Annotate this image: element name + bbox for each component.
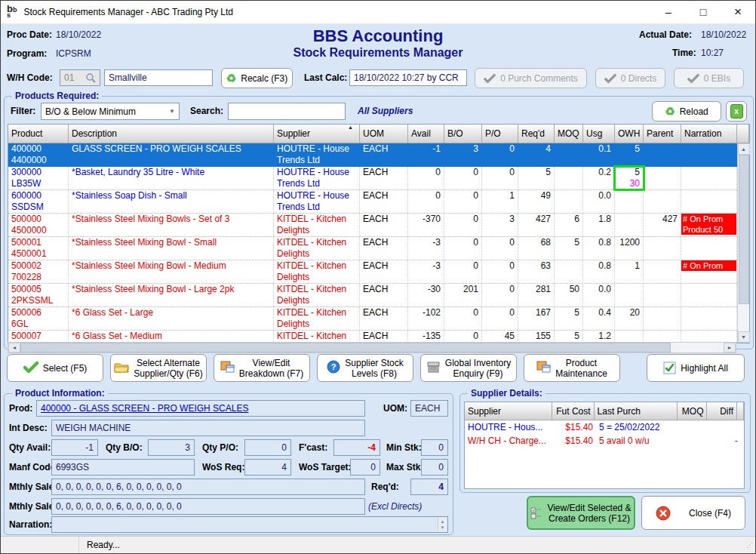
cell-owh — [615, 284, 644, 306]
column-header-description[interactable]: Description — [69, 125, 274, 143]
recalc-button[interactable]: ♻ Recalc (F3) — [221, 68, 293, 88]
supplier-details-table: SupplierFut CostLast PurchMOQDiff HOUTRE… — [464, 402, 745, 489]
table-row[interactable]: 500007*6 Glass Set - MediumKITDEL - Kitc… — [8, 331, 737, 343]
products-table: ProductDescriptionSupplier▲UOMAvailB/OP/… — [8, 124, 750, 343]
vertical-scroll-thumb[interactable] — [739, 155, 749, 304]
table-row[interactable]: 300000LB35W*Basket, Laundry 35 Litre - W… — [8, 167, 737, 190]
wh-code-field[interactable]: 01 — [60, 69, 100, 86]
cell-bo: 0 — [444, 167, 482, 189]
view-edit-breakdown-button[interactable]: View/EditBreakdown (F7) — [214, 354, 310, 382]
directs-button[interactable]: 0 Directs — [595, 68, 665, 88]
scroll-up-icon[interactable]: ▲ — [738, 143, 750, 155]
supplier-row[interactable]: HOUTRE - Hous...$15.405 = 25/02/2022 — [465, 420, 744, 434]
status-bar: Ready... ⋰ — [1, 536, 755, 553]
close-window-button[interactable]: × — [721, 1, 755, 23]
cell-narration — [681, 237, 737, 260]
prod-link-field[interactable]: 400000 - GLASS SCREEN - PRO WEIGH SCALES — [36, 400, 365, 417]
cell-usg: 1.2 — [583, 331, 615, 343]
table-row[interactable]: 4000004400000GLASS SCREEN - PRO WEIGH SC… — [8, 143, 737, 167]
cell-reqd: 427 — [518, 214, 555, 236]
supplier-column-header-moq[interactable]: MOQ — [678, 402, 708, 420]
cell-uom: EACH — [360, 284, 408, 306]
column-header-parent[interactable]: Parent — [644, 125, 681, 143]
filter-select[interactable]: B/O & Below Minimum ▼ — [41, 103, 180, 120]
supplier-column-header-diff[interactable]: Diff — [707, 402, 737, 420]
cell-usg: 1.8 — [583, 214, 615, 236]
reqd-field: 4 — [410, 479, 448, 495]
supplier-cell-fut_cost: $15.40 — [554, 420, 596, 434]
supplier-row[interactable]: W/H CH - Charge...$15.405 avail 0 w/u- — [465, 434, 744, 448]
horizontal-scroll-thumb[interactable] — [20, 343, 671, 352]
close-button[interactable]: Close (F4) — [641, 496, 745, 530]
column-header-avail[interactable]: Avail — [408, 125, 444, 143]
cell-description: *Stainless Steel Mixing Bowl - Large 2pk — [69, 284, 274, 306]
supplier-details-group: Supplier Details: SupplierFut CostLast P… — [459, 393, 751, 493]
cell-avail: -135 — [408, 331, 444, 343]
qty-po-label: Qty P/O: — [202, 442, 238, 453]
scroll-down-icon[interactable]: ▼ — [738, 331, 750, 343]
filter-label: Filter: — [11, 106, 35, 116]
supplier-stock-levels-button[interactable]: ?Supplier StockLevels (F8) — [317, 354, 413, 382]
table-row[interactable]: 5000052PKSSML*Stainless Steel Mixing Bow… — [8, 284, 737, 307]
maximize-button[interactable]: □ — [686, 1, 721, 23]
column-header-reqd[interactable]: Req'd — [518, 125, 555, 143]
table-row[interactable]: 600000SSDSM*Stainless Soap Dish - SmallH… — [8, 190, 737, 214]
wh-name-field[interactable]: Smallville — [104, 69, 213, 86]
spinner-arrows-icon[interactable]: ▲▼ — [438, 518, 447, 531]
global-inventory-enquiry-button[interactable]: Global InventoryEnquiry (F9) — [420, 354, 517, 382]
narration-textarea[interactable]: ▲▼ — [51, 516, 448, 533]
column-header-supplier[interactable]: Supplier▲ — [274, 125, 360, 143]
table-row[interactable]: 5000014500001*Stainless Steel Mixing Bow… — [8, 237, 737, 260]
search-input[interactable] — [228, 103, 346, 120]
cell-parent — [644, 143, 681, 166]
vertical-scrollbar[interactable]: ▲▼ — [737, 143, 749, 343]
column-header-product[interactable]: Product — [8, 125, 69, 143]
cell-description: *Stainless Steel Mixing Bowls - Set of 3 — [69, 214, 274, 236]
search-label: Search: — [190, 106, 223, 116]
purch-comments-button[interactable]: 0 Purch Comments — [475, 68, 587, 88]
cell-reqd: 4 — [518, 143, 555, 166]
column-header-owh[interactable]: OWH — [615, 125, 644, 143]
question-icon: ? — [327, 360, 340, 376]
sort-ascending-icon: ▲ — [348, 125, 353, 130]
cell-product: 500002700228 — [8, 260, 69, 283]
view-edit-create-orders-button[interactable]: View/Edit Selected &Create Orders (F12) — [527, 496, 635, 530]
minimize-button[interactable]: – — [651, 1, 686, 23]
resize-grip[interactable]: ⋰ — [746, 541, 753, 549]
scroll-left-icon[interactable]: ◄ — [8, 343, 20, 352]
max-stk-field: 0 — [421, 459, 448, 476]
select-alternate-supplier-button[interactable]: Select AlternateSupplier/Qty (F6) — [110, 354, 207, 382]
cell-reqd: 5 — [518, 167, 555, 189]
column-header-po[interactable]: P/O — [482, 125, 518, 143]
horizontal-scrollbar[interactable]: ◄ ► — [8, 342, 736, 353]
supplier-cell-diff: - — [711, 434, 741, 448]
column-header-usg[interactable]: Usg — [583, 125, 615, 143]
cell-usg: 0.1 — [583, 143, 615, 166]
column-header-uom[interactable]: UOM — [360, 125, 408, 143]
column-header-narration[interactable]: Narration — [681, 125, 737, 143]
cell-po: 1 — [482, 190, 518, 213]
reload-button[interactable]: ♻ Reload — [652, 101, 721, 122]
supplier-column-header-fut_cost[interactable]: Fut Cost — [552, 402, 594, 420]
last-calc-value: 18/10/2022 10:27 by CCR — [349, 69, 467, 86]
supplier-column-header-supplier[interactable]: Supplier — [465, 402, 552, 420]
cell-supplier: KITDEL - Kitchen Delights — [274, 331, 360, 343]
cell-usg: 0.4 — [583, 307, 615, 330]
supplier-column-header-last_purch[interactable]: Last Purch — [595, 402, 678, 420]
column-header-bo[interactable]: B/O — [444, 125, 482, 143]
table-row[interactable]: 5000004500000*Stainless Steel Mixing Bow… — [8, 214, 737, 237]
export-excel-button[interactable]: x — [726, 101, 747, 122]
cell-uom: EACH — [360, 307, 408, 330]
ebis-button[interactable]: 0 EBIs — [674, 68, 744, 88]
table-row[interactable]: 5000066GL*6 Glass Set - LargeKITDEL - Ki… — [8, 307, 737, 331]
product-maintenance-button[interactable]: ProductMaintenance — [524, 354, 620, 382]
grey-check-icon — [484, 73, 496, 84]
cell-reqd: 49 — [518, 190, 555, 213]
select-button[interactable]: Select (F5) — [7, 354, 103, 382]
table-row[interactable]: 500002700228*Stainless Steel Mixing Bowl… — [8, 260, 737, 284]
cell-description: *6 Glass Set - Medium — [69, 331, 274, 343]
reqd-label: Req'd: — [371, 482, 399, 492]
scroll-right-icon[interactable]: ► — [724, 343, 736, 352]
highlight-all-toggle[interactable]: Highlight All — [647, 354, 745, 382]
column-header-moq[interactable]: MOQ — [555, 125, 583, 143]
